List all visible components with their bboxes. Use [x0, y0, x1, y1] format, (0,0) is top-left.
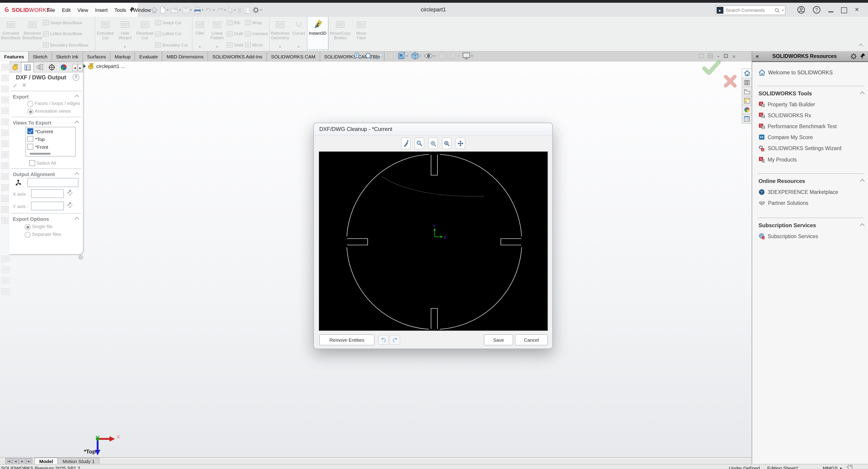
- view-palette-tab[interactable]: [742, 96, 752, 105]
- cleanup-preview-canvas[interactable]: Y X: [319, 152, 548, 331]
- ribbon-revolved-boss-base[interactable]: Revolved Boss/Base: [22, 17, 43, 49]
- section-subscription-services[interactable]: Subscription Services: [758, 222, 864, 228]
- tab-solidworks-add-ins[interactable]: SOLIDWORKS Add-Ins: [208, 52, 267, 62]
- ribbon-linear-pattern[interactable]: Linear Pattern▾: [208, 17, 227, 49]
- file-explorer-tab[interactable]: [742, 87, 752, 96]
- section-online-resources[interactable]: Online Resources: [758, 178, 864, 184]
- undo-button[interactable]: ▾: [205, 7, 215, 13]
- ribbon-collapse-icon[interactable]: [859, 41, 863, 49]
- flyout-arrow-icon[interactable]: ▾: [199, 45, 200, 49]
- search-commands-box[interactable]: ▸ ▾: [715, 5, 785, 15]
- dropdown-arrow-icon[interactable]: ▾: [179, 8, 181, 12]
- dropdown-arrow-icon[interactable]: ▾: [213, 8, 215, 12]
- pm-ok-icon[interactable]: ✓: [13, 82, 18, 89]
- open-button[interactable]: ▾: [170, 7, 181, 13]
- doc-close-icon[interactable]: ×: [732, 53, 736, 60]
- ribbon-draft[interactable]: Draft: [227, 31, 245, 36]
- previous-view-icon[interactable]: [375, 52, 383, 60]
- strip-icon[interactable]: [1, 184, 9, 191]
- welcome-link[interactable]: Welcome to SOLIDWORKS: [758, 69, 868, 76]
- y-axis-field[interactable]: [31, 202, 64, 210]
- selection-filter-button[interactable]: [238, 7, 242, 13]
- ribbon-mirror[interactable]: Mirror: [245, 42, 269, 48]
- tab-dimxpert-manager[interactable]: [45, 62, 58, 72]
- strip-icon[interactable]: [1, 217, 9, 224]
- home-button[interactable]: [151, 6, 158, 14]
- strip-icon[interactable]: [1, 195, 9, 202]
- tab-surfaces[interactable]: Surfaces: [83, 52, 111, 62]
- display-style-icon[interactable]: ▾: [411, 52, 421, 60]
- select-all-checkbox[interactable]: [29, 160, 35, 166]
- radio-label[interactable]: Faces / loops / edges: [35, 100, 80, 106]
- confirm-ok-icon[interactable]: [703, 60, 721, 75]
- ribbon-fillet[interactable]: Fillet▾: [192, 17, 208, 49]
- ribbon-swept-cut[interactable]: Swept Cut: [155, 20, 191, 25]
- strip-icon[interactable]: [1, 206, 9, 213]
- subscription-services-link[interactable]: SW Subscription Services: [758, 233, 868, 240]
- ribbon-revolved-cut[interactable]: Revolved Cut: [134, 17, 155, 49]
- strip-icon[interactable]: [1, 174, 9, 180]
- flyout-arrow-icon[interactable]: ▾: [298, 45, 300, 49]
- reverse-direction-icon[interactable]: [67, 202, 73, 209]
- strip-icon[interactable]: [1, 162, 9, 169]
- horizontal-scrollbar-thumb[interactable]: [30, 153, 51, 155]
- ribbon-reference-geometry[interactable]: Reference Geometry▾: [269, 17, 291, 49]
- tab-motion-study-1[interactable]: Motion Study 1: [58, 458, 100, 464]
- radio-faces-loops-edges[interactable]: [27, 101, 33, 107]
- ribbon-boundary-cut[interactable]: Boundary Cut: [155, 42, 191, 48]
- strip-icon[interactable]: [1, 97, 9, 103]
- marketplace-link[interactable]: 3DEXPERIENCE Marketplace: [758, 189, 868, 195]
- ribbon-extruded-boss-base[interactable]: Extruded Boss/Base: [0, 17, 22, 49]
- view-settings-icon[interactable]: ▾: [463, 53, 473, 59]
- performance-benchmark-link[interactable]: SPx Performance Benchmark Test: [758, 123, 868, 129]
- ribbon-hole-wizard[interactable]: Hole Wizard▾: [115, 17, 134, 49]
- section-view-icon[interactable]: [387, 52, 394, 60]
- zoom-in-out-tool[interactable]: [414, 137, 424, 149]
- search-icon[interactable]: [775, 7, 780, 13]
- view-item-current[interactable]: *Current: [26, 127, 75, 135]
- view-item-front[interactable]: *Front: [26, 143, 75, 151]
- pm-cancel-icon[interactable]: ✕: [22, 82, 27, 89]
- dropdown-arrow-icon[interactable]: ▾: [458, 54, 459, 58]
- dropdown-arrow-icon[interactable]: ▾: [260, 8, 262, 12]
- dropdown-arrow-icon[interactable]: ▾: [190, 8, 192, 12]
- custom-properties-tab[interactable]: [742, 115, 752, 124]
- doc-restore-icon[interactable]: [724, 53, 728, 60]
- tab-features[interactable]: Features: [0, 52, 29, 62]
- dropdown-arrow-icon[interactable]: ▾: [471, 54, 473, 58]
- help-icon[interactable]: ?: [813, 6, 820, 13]
- select-entities-tool[interactable]: [401, 137, 410, 149]
- appearances-tab[interactable]: [742, 105, 752, 115]
- user-account-icon[interactable]: [797, 6, 805, 13]
- panel-tab-scroll-left[interactable]: ◀: [72, 64, 78, 71]
- prev-sheet-button[interactable]: ◀: [12, 458, 19, 464]
- strip-icon[interactable]: [1, 86, 9, 92]
- design-library-tab[interactable]: [742, 78, 752, 87]
- tab-model[interactable]: Model: [34, 458, 58, 464]
- tab-markup[interactable]: Markup: [111, 52, 135, 62]
- view-item-top[interactable]: *Top: [26, 135, 75, 143]
- views-to-export-list[interactable]: *Current *Top *Front: [26, 127, 76, 156]
- strip-icon[interactable]: [1, 277, 9, 284]
- select-button[interactable]: ▾: [227, 7, 236, 13]
- section-alignment-header[interactable]: Output Alignment: [13, 171, 55, 177]
- undo-button[interactable]: [378, 335, 389, 345]
- strip-icon[interactable]: [1, 152, 9, 158]
- my-products-link[interactable]: S My Products: [758, 156, 868, 162]
- strip-icon[interactable]: [1, 140, 9, 147]
- menu-tools[interactable]: Tools: [115, 7, 126, 12]
- first-sheet-button[interactable]: |◀: [5, 458, 12, 464]
- pane-options-gear-icon[interactable]: [850, 53, 857, 60]
- flyout-feature-tree[interactable]: circlepart1 ...: [84, 63, 125, 69]
- confirm-cancel-icon[interactable]: [723, 74, 737, 88]
- checkbox-icon[interactable]: [27, 144, 33, 150]
- zoom-fit-icon[interactable]: [353, 52, 361, 60]
- tab-evaluate[interactable]: Evaluate: [135, 52, 163, 62]
- ribbon-extruded-cut[interactable]: Extruded Cut: [95, 17, 115, 49]
- hide-show-items-icon[interactable]: ▾: [424, 53, 435, 59]
- radio-annotation-views[interactable]: [27, 108, 33, 115]
- strip-icon[interactable]: [1, 288, 9, 295]
- remove-entities-button[interactable]: Remove Entities: [319, 335, 374, 345]
- dropdown-arrow-icon[interactable]: ▾: [224, 8, 226, 12]
- options-list-button[interactable]: [243, 7, 250, 13]
